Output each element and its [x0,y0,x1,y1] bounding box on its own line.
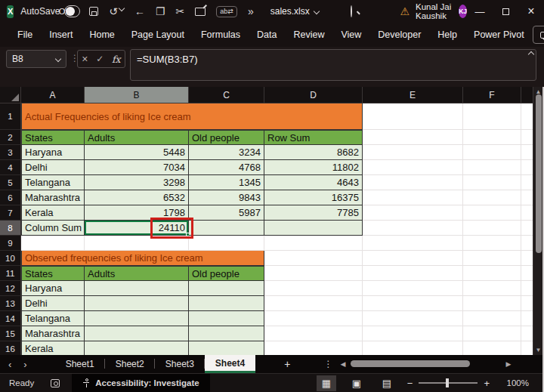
cell-E15[interactable] [363,326,463,341]
cell-D6[interactable]: 16375 [264,190,363,205]
cell-D5[interactable]: 4643 [264,175,363,190]
cell-D12[interactable] [264,281,363,296]
cell-C3[interactable]: 3234 [189,145,264,160]
horizontal-scroll-thumb[interactable] [351,360,470,367]
cell-F15[interactable] [463,326,521,341]
cell-E6[interactable] [363,190,463,205]
zoom-out-button[interactable]: − [401,378,419,389]
save-icon[interactable] [89,7,98,16]
page-layout-view-icon[interactable]: ▣ [347,375,366,391]
document-title[interactable]: sales.xlsx [270,6,319,17]
cell-F14[interactable] [463,311,521,326]
menu-tab-home[interactable]: Home [81,25,122,45]
menu-tab-review[interactable]: Review [285,25,332,45]
cell-C2[interactable]: Old people [189,130,264,145]
cell-D4[interactable]: 11802 [264,160,363,175]
cell-C15[interactable] [189,326,264,341]
menu-tab-data[interactable]: Data [249,25,285,45]
cell-B11[interactable]: Adults [85,266,189,281]
cell-C13[interactable] [189,296,264,311]
insert-function-icon[interactable]: fx [112,54,121,65]
row-header-16[interactable]: 16 [0,341,21,355]
cell-C6[interactable]: 9843 [189,190,264,205]
cancel-icon[interactable]: × [82,53,88,65]
horizontal-scrollbar[interactable]: ◀ ▶ [340,359,511,369]
cell-G16[interactable] [521,341,533,355]
close-button[interactable]: × [518,0,544,23]
row-header-15[interactable]: 15 [0,326,21,341]
undo-dropdown-icon[interactable] [119,5,125,11]
search-icon[interactable] [351,6,357,17]
cell-F11[interactable] [463,266,521,281]
cell-A8[interactable]: Column Sum [21,221,85,236]
cell-D10[interactable] [264,251,363,266]
cell-G3[interactable] [521,145,533,160]
name-box[interactable]: B8 [6,50,66,68]
cell-D14[interactable] [264,311,363,326]
cell-B6[interactable]: 6532 [85,190,189,205]
row-header-1[interactable]: 1 [0,103,21,130]
menu-tab-insert[interactable]: Insert [41,25,81,45]
cell-G7[interactable] [521,205,533,221]
cell-D2[interactable]: Row Sum [264,130,363,145]
page-break-view-icon[interactable]: ▤ [377,375,397,391]
cell-A6[interactable]: Maharashtra [21,190,85,205]
add-sheet-button[interactable]: + [278,358,296,370]
cell-F3[interactable] [463,145,521,160]
cell-B16[interactable] [85,341,189,355]
cell-C5[interactable]: 1345 [189,175,264,190]
zoom-slider[interactable] [419,382,478,384]
vertical-scrollbar[interactable]: ▲ ▼ [533,87,542,355]
excel-logo-icon[interactable]: X [7,5,14,18]
row-header-11[interactable]: 11 [0,266,21,281]
cell-C14[interactable] [189,311,264,326]
cell-D11[interactable] [264,266,363,281]
maximize-button[interactable] [493,0,518,23]
cell-D13[interactable] [264,296,363,311]
scroll-right-icon[interactable]: ▶ [505,360,511,368]
menu-tab-file[interactable]: File [9,25,41,45]
cell-B14[interactable] [85,311,189,326]
cell-B3[interactable]: 5448 [85,145,189,160]
cell-A11[interactable]: States [21,266,85,281]
formula-input[interactable]: =SUM(B3:B7) [130,49,536,81]
picture-icon[interactable] [195,8,206,16]
cell-B13[interactable] [85,296,189,311]
cell-G12[interactable] [521,281,533,296]
avatar[interactable]: KJ [459,5,467,18]
cell-D15[interactable] [264,326,363,341]
menu-tab-formulas[interactable]: Formulas [193,25,249,45]
cell-D3[interactable]: 8682 [264,145,363,160]
cell-C7[interactable]: 5987 [189,205,264,221]
column-header-E[interactable]: E [363,87,463,103]
column-header-G[interactable] [521,87,533,103]
cell-B12[interactable] [85,281,189,296]
zoom-slider-thumb[interactable] [446,378,449,387]
cell-F5[interactable] [463,175,521,190]
row-header-4[interactable]: 4 [0,160,21,175]
cell-F10[interactable] [463,251,521,266]
cell-A4[interactable]: Delhi [21,160,85,175]
cell-C4[interactable]: 4768 [189,160,264,175]
cell-A2[interactable]: States [21,130,85,145]
normal-view-icon[interactable]: ▦ [317,375,336,391]
cell-F4[interactable] [463,160,521,175]
row-header-12[interactable]: 12 [0,281,21,296]
cell-F12[interactable] [463,281,521,296]
column-header-C[interactable]: C [189,87,264,103]
cell-E7[interactable] [363,205,463,221]
row-header-13[interactable]: 13 [0,296,21,311]
sheet-tab-sheet2[interactable]: Sheet2 [105,355,155,373]
cell-E12[interactable] [363,281,463,296]
cell-D8[interactable] [264,221,363,236]
cell-E3[interactable] [363,145,463,160]
cell-E16[interactable] [363,341,463,355]
cell-D7[interactable]: 7785 [264,205,363,221]
undo-button[interactable]: ↺ [109,6,124,17]
cell-G11[interactable] [521,266,533,281]
cell-A5[interactable]: Telangana [21,175,85,190]
cell-D16[interactable] [264,341,363,355]
column-header-B[interactable]: B [85,87,189,103]
row-header-2[interactable]: 2 [0,130,21,145]
cell-G15[interactable] [521,326,533,341]
